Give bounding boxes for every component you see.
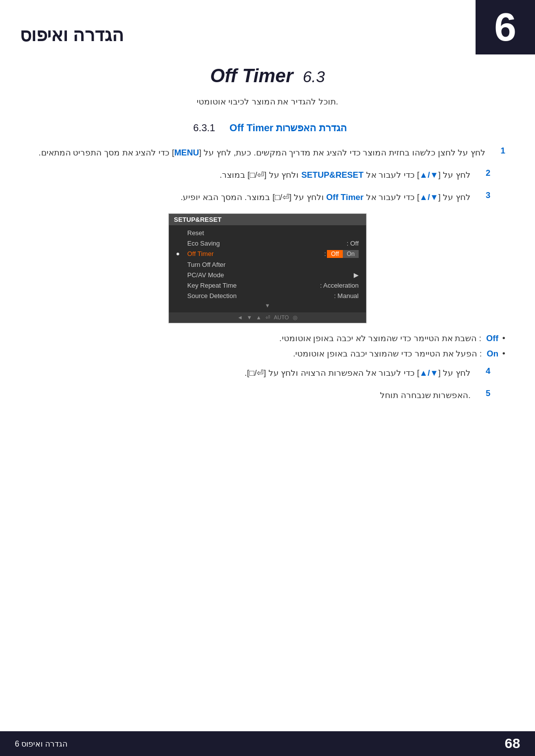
steps-continued: 4 לחץ על [▼/▲] כדי לעבור אל האפשרות הרצו… — [30, 366, 505, 402]
step-3: 3 לחץ על [▼/▲] כדי לעבור אל Off Timer ול… — [30, 191, 490, 204]
sub-section-title: הגדרת האפשרות Off Timer ‏ 6.3.1 — [30, 122, 505, 134]
step-3-text: לחץ על [▼/▲] כדי לעבור אל Off Timer ולחץ… — [181, 191, 471, 204]
chapter-title-header: הגדרה ואיפוס — [20, 25, 124, 46]
step-5-number: 5 — [476, 389, 490, 399]
bullet-list: • Off : השבת את הטיימר כדי שהמוצר לא יכב… — [30, 333, 505, 359]
menu-item-key-repeat: Key Repeat Time : Acceleration — [169, 280, 366, 291]
footer-page-number: 68 — [505, 736, 520, 752]
step-4-number: 4 — [476, 366, 490, 376]
section-title: Off Timer — [210, 65, 293, 86]
footer: 68 הגדרה ואיפוס 6 — [0, 731, 535, 756]
step-2: 2 לחץ על [▼/▲] כדי לעבור אל SETUP&RESET … — [30, 168, 490, 182]
steps-container: 1 לחץ על לחצן כלשהו בחזית המוצר כדי להצי… — [30, 146, 505, 204]
menu-item-off-timer: Off Timer : Off On — [169, 249, 366, 259]
bottom-icon-power: ◎ — [293, 314, 298, 321]
footer-chapter-label: הגדרה ואיפוס 6 — [15, 739, 67, 749]
menu-item-source: Source Detection : Manual — [169, 291, 366, 301]
section-number: 6.3 — [303, 68, 324, 86]
bottom-icon-auto: AUTO — [274, 314, 289, 320]
step-1: 1 לחץ על לחצן כלשהו בחזית המוצר כדי להצי… — [30, 146, 505, 159]
step-4-text: לחץ על [▼/▲] כדי לעבור אל האפשרות הרצויה… — [245, 366, 471, 380]
step-5: 5 .האפשרות שנבחרה תוחל — [30, 389, 490, 402]
chapter-number-block: 6 — [476, 0, 535, 54]
step-3-number: 3 — [476, 191, 490, 201]
bottom-icon-up: ▲ — [256, 314, 262, 320]
bullet-item-off: • Off : השבת את הטיימר כדי שהמוצר לא יכב… — [30, 333, 505, 344]
bottom-icon-down: ▼ — [247, 314, 252, 320]
section-title-area: Off Timer 6.3 — [0, 46, 535, 92]
menu-item-eco: Eco Saving : Off — [169, 238, 366, 249]
intro-text: .תוכל להגדיר את המוצר לכיבוי אוטומטי — [30, 97, 505, 107]
menu-item-pc-av: PC/AV Mode ▶ — [169, 270, 366, 280]
menu-bottom-bar: ◄ ▼ ▲ ⏎ AUTO ◎ — [169, 312, 366, 323]
step-1-text: לחץ על לחצן כלשהו בחזית המוצר כדי להציג … — [39, 146, 485, 159]
sub-section-label: הגדרת האפשרות Off Timer — [229, 122, 347, 133]
bottom-icon-enter: ⏎ — [266, 314, 270, 321]
step-1-number: 1 — [490, 146, 505, 156]
step-2-text: לחץ על [▼/▲] כדי לעבור אל SETUP&RESET ול… — [219, 168, 471, 182]
menu-item-turn-off: Turn Off After — [169, 259, 366, 270]
header: הגדרה ואיפוס 6 — [0, 0, 535, 46]
bottom-icon-left: ◄ — [237, 314, 243, 320]
menu-item-more: ▼ — [169, 301, 366, 310]
menu-screenshot: SETUP&RESET Reset Eco Saving : Off Off T… — [168, 213, 367, 323]
step-4: 4 לחץ על [▼/▲] כדי לעבור אל האפשרות הרצו… — [30, 366, 490, 380]
menu-item-reset: Reset — [169, 228, 366, 238]
sub-section-number: 6.3.1 — [193, 122, 215, 133]
step-5-text: .האפשרות שנבחרה תוחל — [380, 389, 471, 402]
menu-title-bar: SETUP&RESET — [169, 214, 366, 225]
bullet-item-on: • On : הפעל את הטיימר כדי שהמוצר יכבה בא… — [30, 349, 505, 359]
menu-items: Reset Eco Saving : Off Off Timer : Off O… — [169, 225, 366, 312]
main-content: .תוכל להגדיר את המוצר לכיבוי אוטומטי הגד… — [0, 92, 535, 431]
step-2-number: 2 — [476, 168, 490, 178]
chapter-number: 6 — [494, 7, 517, 47]
